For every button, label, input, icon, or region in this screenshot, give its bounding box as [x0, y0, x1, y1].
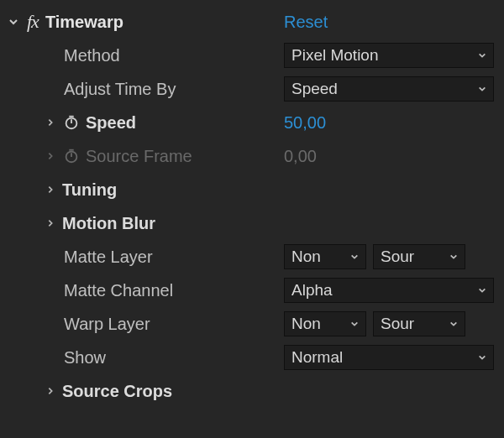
dropdown-value: Normal — [291, 348, 470, 367]
dropdown-value: Sour — [381, 315, 441, 333]
method-dropdown[interactable]: Pixel Motion — [284, 43, 494, 68]
prop-label: Warp Layer — [64, 315, 284, 334]
chevron-down-icon — [350, 318, 359, 331]
chevron-down-icon — [478, 83, 486, 96]
prop-label: Source Frame — [86, 147, 284, 166]
prop-label[interactable]: Tuning — [62, 180, 284, 200]
chevron-right-icon[interactable] — [42, 185, 59, 194]
prop-label[interactable]: Source Crops — [62, 382, 284, 401]
prop-source-frame-row: Source Frame 0,00 — [5, 139, 496, 173]
show-dropdown[interactable]: Normal — [284, 345, 494, 370]
chevron-down-icon[interactable] — [5, 17, 22, 27]
matte-layer-dropdown-a[interactable]: Non — [284, 244, 366, 269]
prop-label: Speed — [86, 113, 284, 133]
prop-tuning-row: Tuning — [5, 173, 496, 206]
chevron-down-icon — [478, 352, 486, 364]
prop-adjust-time-by-row: Adjust Time By Speed — [5, 72, 496, 106]
stopwatch-icon — [62, 147, 81, 165]
matte-layer-dropdown-b[interactable]: Sour — [373, 244, 465, 269]
prop-label: Method — [64, 46, 284, 65]
chevron-down-icon — [478, 284, 486, 297]
fx-badge[interactable]: fx — [27, 11, 39, 33]
dropdown-value: Alpha — [291, 281, 470, 300]
prop-matte-layer-row: Matte Layer Non Sour — [5, 240, 496, 274]
chevron-right-icon — [42, 152, 59, 160]
chevron-down-icon — [449, 251, 458, 263]
prop-label: Adjust Time By — [64, 80, 284, 99]
prop-source-crops-row: Source Crops — [5, 374, 496, 408]
prop-warp-layer-row: Warp Layer Non Sour — [5, 307, 496, 341]
chevron-down-icon — [478, 50, 486, 62]
adjust-time-by-dropdown[interactable]: Speed — [284, 76, 494, 102]
prop-label[interactable]: Motion Blur — [62, 214, 284, 233]
reset-link[interactable]: Reset — [284, 13, 328, 32]
prop-label: Show — [64, 348, 284, 368]
prop-method-row: Method Pixel Motion — [5, 39, 496, 72]
chevron-right-icon[interactable] — [42, 219, 59, 227]
dropdown-value: Sour — [381, 248, 441, 266]
effect-title[interactable]: Timewarp — [45, 13, 284, 32]
effect-header-row: fx Timewarp Reset — [5, 5, 496, 39]
dropdown-value: Non — [291, 248, 342, 266]
chevron-down-icon — [449, 318, 458, 331]
dropdown-value: Pixel Motion — [291, 46, 470, 65]
source-frame-value: 0,00 — [284, 147, 494, 166]
dropdown-value: Speed — [291, 80, 470, 98]
prop-label: Matte Layer — [64, 248, 284, 267]
matte-channel-dropdown[interactable]: Alpha — [284, 278, 494, 303]
stopwatch-icon[interactable] — [62, 113, 81, 132]
warp-layer-dropdown-b[interactable]: Sour — [373, 311, 465, 336]
prop-matte-channel-row: Matte Channel Alpha — [5, 274, 496, 307]
warp-layer-dropdown-a[interactable]: Non — [284, 311, 366, 336]
chevron-down-icon — [350, 251, 359, 263]
dropdown-value: Non — [291, 315, 342, 333]
chevron-right-icon[interactable] — [42, 387, 59, 395]
chevron-right-icon[interactable] — [42, 118, 59, 127]
speed-value[interactable]: 50,00 — [284, 113, 494, 133]
effect-panel: fx Timewarp Reset Method Pixel Motion Ad… — [0, 0, 504, 438]
prop-label: Matte Channel — [64, 281, 284, 300]
prop-speed-row: Speed 50,00 — [5, 106, 496, 139]
prop-show-row: Show Normal — [5, 341, 496, 374]
prop-motion-blur-row: Motion Blur — [5, 206, 496, 240]
